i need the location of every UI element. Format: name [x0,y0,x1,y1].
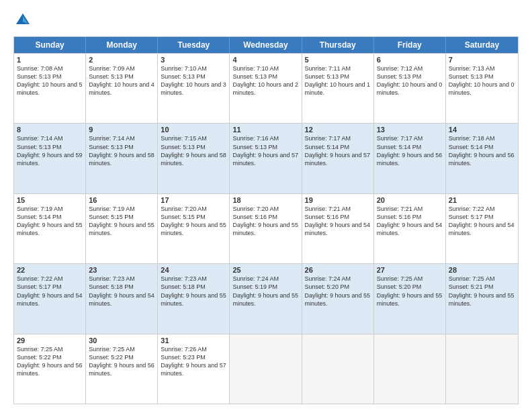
day-number: 18 [232,196,298,204]
calendar-header: SundayMondayTuesdayWednesdayThursdayFrid… [14,37,518,53]
cal-cell: 30Sunrise: 7:25 AMSunset: 5:22 PMDayligh… [86,334,158,404]
calendar: SundayMondayTuesdayWednesdayThursdayFrid… [13,36,519,404]
header [13,11,519,30]
day-number: 6 [377,56,443,64]
day-info: Sunrise: 7:24 AMSunset: 5:19 PMDaylight:… [232,275,298,308]
week-row-3: 15Sunrise: 7:19 AMSunset: 5:14 PMDayligh… [14,193,518,263]
day-info: Sunrise: 7:19 AMSunset: 5:14 PMDaylight:… [17,205,83,238]
cal-cell: 16Sunrise: 7:19 AMSunset: 5:15 PMDayligh… [86,194,158,263]
cal-cell: 27Sunrise: 7:25 AMSunset: 5:20 PMDayligh… [374,264,446,333]
day-number: 10 [161,126,226,134]
day-info: Sunrise: 7:14 AMSunset: 5:13 PMDaylight:… [17,134,83,167]
cal-cell: 23Sunrise: 7:23 AMSunset: 5:18 PMDayligh… [86,264,158,333]
day-number: 2 [89,56,154,64]
day-number: 30 [89,336,154,345]
cal-cell: 10Sunrise: 7:15 AMSunset: 5:13 PMDayligh… [158,124,230,193]
cal-cell: 15Sunrise: 7:19 AMSunset: 5:14 PMDayligh… [14,194,86,263]
day-number: 14 [449,126,515,134]
week-row-4: 22Sunrise: 7:22 AMSunset: 5:17 PMDayligh… [14,263,518,333]
cal-cell: 20Sunrise: 7:21 AMSunset: 5:16 PMDayligh… [374,194,446,263]
day-number: 26 [305,266,371,274]
day-info: Sunrise: 7:10 AMSunset: 5:13 PMDaylight:… [161,64,226,97]
day-number: 17 [161,196,226,204]
cal-cell: 3Sunrise: 7:10 AMSunset: 5:13 PMDaylight… [158,54,230,123]
header-day-wednesday: Wednesday [230,37,302,53]
day-number: 11 [232,126,298,134]
cal-cell: 26Sunrise: 7:24 AMSunset: 5:20 PMDayligh… [302,264,374,333]
day-number: 7 [449,56,515,64]
day-info: Sunrise: 7:19 AMSunset: 5:15 PMDaylight:… [89,205,154,238]
day-info: Sunrise: 7:09 AMSunset: 5:13 PMDaylight:… [89,64,154,97]
cal-cell: 31Sunrise: 7:26 AMSunset: 5:23 PMDayligh… [158,334,230,404]
day-number: 8 [17,126,83,134]
day-info: Sunrise: 7:16 AMSunset: 5:13 PMDaylight:… [232,134,298,167]
header-day-tuesday: Tuesday [158,37,230,53]
day-info: Sunrise: 7:11 AMSunset: 5:13 PMDaylight:… [305,64,371,97]
day-info: Sunrise: 7:25 AMSunset: 5:22 PMDaylight:… [89,345,154,378]
logo [13,11,35,30]
calendar-body: 1Sunrise: 7:08 AMSunset: 5:13 PMDaylight… [14,53,518,404]
day-number: 25 [232,266,298,274]
day-info: Sunrise: 7:17 AMSunset: 5:14 PMDaylight:… [377,134,443,167]
day-info: Sunrise: 7:24 AMSunset: 5:20 PMDaylight:… [305,275,371,308]
day-info: Sunrise: 7:22 AMSunset: 5:17 PMDaylight:… [449,205,515,238]
day-info: Sunrise: 7:21 AMSunset: 5:16 PMDaylight:… [305,205,371,238]
cal-cell [230,334,302,404]
cal-cell [374,334,446,404]
day-number: 13 [377,126,443,134]
day-info: Sunrise: 7:23 AMSunset: 5:18 PMDaylight:… [89,275,154,308]
day-info: Sunrise: 7:18 AMSunset: 5:14 PMDaylight:… [449,134,515,167]
day-number: 16 [89,196,154,204]
cal-cell: 28Sunrise: 7:25 AMSunset: 5:21 PMDayligh… [446,264,518,333]
day-info: Sunrise: 7:25 AMSunset: 5:22 PMDaylight:… [17,345,83,378]
day-number: 31 [161,336,226,345]
week-row-5: 29Sunrise: 7:25 AMSunset: 5:22 PMDayligh… [14,334,518,404]
cal-cell: 4Sunrise: 7:10 AMSunset: 5:13 PMDaylight… [230,54,302,123]
day-info: Sunrise: 7:12 AMSunset: 5:13 PMDaylight:… [377,64,443,97]
cal-cell: 29Sunrise: 7:25 AMSunset: 5:22 PMDayligh… [14,334,86,404]
cal-cell: 9Sunrise: 7:14 AMSunset: 5:13 PMDaylight… [86,124,158,193]
cal-cell: 5Sunrise: 7:11 AMSunset: 5:13 PMDaylight… [302,54,374,123]
cal-cell [302,334,374,404]
day-number: 4 [232,56,298,64]
day-info: Sunrise: 7:25 AMSunset: 5:20 PMDaylight:… [377,275,443,308]
header-day-friday: Friday [374,37,446,53]
cal-cell: 11Sunrise: 7:16 AMSunset: 5:13 PMDayligh… [230,124,302,193]
cal-cell: 2Sunrise: 7:09 AMSunset: 5:13 PMDaylight… [86,54,158,123]
day-info: Sunrise: 7:25 AMSunset: 5:21 PMDaylight:… [449,275,515,308]
day-number: 21 [449,196,515,204]
cal-cell: 6Sunrise: 7:12 AMSunset: 5:13 PMDaylight… [374,54,446,123]
day-number: 28 [449,266,515,274]
day-info: Sunrise: 7:08 AMSunset: 5:13 PMDaylight:… [17,64,83,97]
day-number: 5 [305,56,371,64]
day-number: 1 [17,56,83,64]
cal-cell: 22Sunrise: 7:22 AMSunset: 5:17 PMDayligh… [14,264,86,333]
day-number: 22 [17,266,83,274]
week-row-1: 1Sunrise: 7:08 AMSunset: 5:13 PMDaylight… [14,53,518,123]
cal-cell: 17Sunrise: 7:20 AMSunset: 5:15 PMDayligh… [158,194,230,263]
header-day-saturday: Saturday [446,37,518,53]
cal-cell: 19Sunrise: 7:21 AMSunset: 5:16 PMDayligh… [302,194,374,263]
cal-cell: 18Sunrise: 7:20 AMSunset: 5:16 PMDayligh… [230,194,302,263]
day-number: 20 [377,196,443,204]
day-number: 15 [17,196,83,204]
cal-cell: 24Sunrise: 7:23 AMSunset: 5:18 PMDayligh… [158,264,230,333]
page: SundayMondayTuesdayWednesdayThursdayFrid… [0,0,532,411]
header-day-sunday: Sunday [14,37,86,53]
day-info: Sunrise: 7:15 AMSunset: 5:13 PMDaylight:… [161,134,226,167]
day-number: 29 [17,336,83,345]
day-info: Sunrise: 7:20 AMSunset: 5:16 PMDaylight:… [232,205,298,238]
cal-cell: 13Sunrise: 7:17 AMSunset: 5:14 PMDayligh… [374,124,446,193]
day-info: Sunrise: 7:14 AMSunset: 5:13 PMDaylight:… [89,134,154,167]
cal-cell: 25Sunrise: 7:24 AMSunset: 5:19 PMDayligh… [230,264,302,333]
day-info: Sunrise: 7:23 AMSunset: 5:18 PMDaylight:… [161,275,226,308]
cal-cell: 14Sunrise: 7:18 AMSunset: 5:14 PMDayligh… [446,124,518,193]
cal-cell: 21Sunrise: 7:22 AMSunset: 5:17 PMDayligh… [446,194,518,263]
cal-cell: 7Sunrise: 7:13 AMSunset: 5:13 PMDaylight… [446,54,518,123]
day-number: 24 [161,266,226,274]
header-day-monday: Monday [86,37,158,53]
week-row-2: 8Sunrise: 7:14 AMSunset: 5:13 PMDaylight… [14,123,518,193]
day-number: 27 [377,266,443,274]
day-info: Sunrise: 7:13 AMSunset: 5:13 PMDaylight:… [449,64,515,97]
day-info: Sunrise: 7:20 AMSunset: 5:15 PMDaylight:… [161,205,226,238]
